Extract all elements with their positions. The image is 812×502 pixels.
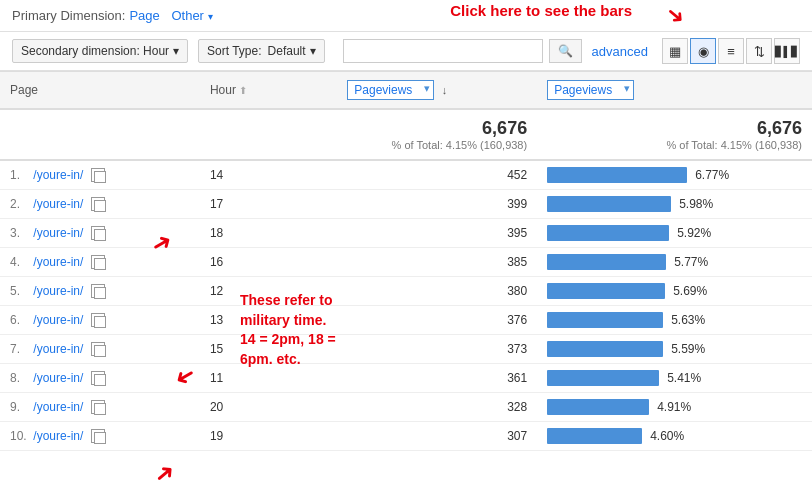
cell-page-0: 1. /youre-in/ [0,160,200,190]
cell-pageviews-1: 399 [337,190,537,219]
cell-bar-7: 5.41% [537,364,812,393]
copy-icon[interactable] [91,342,105,356]
page-dimension-link[interactable]: Page [129,8,159,23]
other-dropdown-arrow[interactable]: ▾ [208,11,213,22]
row-number: 5. [10,284,30,298]
sort-down-arrow: ↓ [442,84,448,96]
pageviews-select2[interactable]: Pageviews [547,80,634,100]
bar-pct-label: 4.60% [650,429,690,443]
cell-hour-3: 16 [200,248,337,277]
cell-hour-9: 19 [200,422,337,451]
copy-icon[interactable] [91,226,105,240]
row-number: 7. [10,342,30,356]
cell-pageviews-0: 452 [337,160,537,190]
page-link[interactable]: /youre-in/ [33,255,83,269]
cell-pageviews-8: 328 [337,393,537,422]
cell-hour-1: 17 [200,190,337,219]
hour-sort-icon: ⬆ [239,85,247,96]
copy-icon[interactable] [91,197,105,211]
list-view-icon[interactable]: ≡ [718,38,744,64]
bar [547,283,665,299]
secondary-dropdown-arrow: ▾ [173,44,179,58]
primary-dimension-label: Primary Dimension: [12,8,125,23]
page-link[interactable]: /youre-in/ [33,429,83,443]
col-pageviews-select2-header[interactable]: Pageviews [537,72,812,110]
cell-page-4: 5. /youre-in/ [0,277,200,306]
copy-icon[interactable] [91,284,105,298]
cell-bar-2: 5.92% [537,219,812,248]
sort-type-dropdown[interactable]: Sort Type: Default ▾ [198,39,325,63]
bar-pct-label: 6.77% [695,168,735,182]
page-link[interactable]: /youre-in/ [33,371,83,385]
bar-pct-label: 5.77% [674,255,714,269]
row-number: 2. [10,197,30,211]
search-button[interactable]: 🔍 [549,39,582,63]
cell-hour-0: 14 [200,160,337,190]
cell-pageviews-3: 385 [337,248,537,277]
page-link[interactable]: /youre-in/ [33,342,83,356]
copy-icon[interactable] [91,400,105,414]
bar [547,225,669,241]
updown-view-icon[interactable]: ⇅ [746,38,772,64]
bar [547,428,642,444]
bars-view-icon[interactable]: ▊▌▊ [774,38,800,64]
pageviews-select-wrap2[interactable]: Pageviews [547,80,634,100]
row-number: 3. [10,226,30,240]
cell-bar-3: 5.77% [537,248,812,277]
copy-icon[interactable] [91,313,105,327]
page-link[interactable]: /youre-in/ [33,400,83,414]
summary-total1: 6,676 % of Total: 4.15% (160,938) [337,109,537,160]
col-pageviews-select1-header[interactable]: Pageviews ↓ [337,72,537,110]
table-row: 3. /youre-in/ 18 395 5.92% [0,219,812,248]
bar-pct-label: 5.92% [677,226,717,240]
bar-pct-label: 5.63% [671,313,711,327]
table-row: 10. /youre-in/ 19 307 4.60% [0,422,812,451]
cell-bar-1: 5.98% [537,190,812,219]
pie-view-icon[interactable]: ◉ [690,38,716,64]
table-row: 4. /youre-in/ 16 385 5.77% [0,248,812,277]
copy-icon[interactable] [91,255,105,269]
top-bar: Primary Dimension: Page Other ▾ Click he… [0,0,812,32]
bar-pct-label: 4.91% [657,400,697,414]
cell-page-1: 2. /youre-in/ [0,190,200,219]
bar-pct-label: 5.41% [667,371,707,385]
summary-total2: 6,676 % of Total: 4.15% (160,938) [537,109,812,160]
page-link[interactable]: /youre-in/ [33,226,83,240]
other-dimension[interactable]: Other ▾ [171,8,212,23]
data-table: Page Hour ⬆ Pageviews ↓ [0,71,812,451]
bar [547,167,687,183]
row-number: 9. [10,400,30,414]
copy-icon[interactable] [91,371,105,385]
page-link[interactable]: /youre-in/ [33,168,83,182]
cell-bar-4: 5.69% [537,277,812,306]
cell-pageviews-2: 395 [337,219,537,248]
copy-icon[interactable] [91,168,105,182]
click-annotation: Click here to see the bars [450,2,632,19]
search-input[interactable] [343,39,543,63]
row-number: 8. [10,371,30,385]
bar [547,196,671,212]
bar [547,254,666,270]
grid-view-icon[interactable]: ▦ [662,38,688,64]
summary-row: 6,676 % of Total: 4.15% (160,938) 6,676 … [0,109,812,160]
pageviews-select1[interactable]: Pageviews [347,80,434,100]
bar-pct-label: 5.98% [679,197,719,211]
cell-page-5: 6. /youre-in/ [0,306,200,335]
col-hour-header[interactable]: Hour ⬆ [200,72,337,110]
table-row: 2. /youre-in/ 17 399 5.98% [0,190,812,219]
page-link[interactable]: /youre-in/ [33,197,83,211]
cell-page-9: 10. /youre-in/ [0,422,200,451]
cell-page-7: 8. /youre-in/ [0,364,200,393]
cell-pageviews-9: 307 [337,422,537,451]
col-page-header: Page [0,72,200,110]
row-number: 10. [10,429,30,443]
pageviews-select-wrap1[interactable]: Pageviews [347,80,434,100]
cell-bar-8: 4.91% [537,393,812,422]
page-link[interactable]: /youre-in/ [33,313,83,327]
bar-pct-label: 5.69% [673,284,713,298]
advanced-link[interactable]: advanced [592,44,648,59]
copy-icon[interactable] [91,429,105,443]
secondary-dimension-dropdown[interactable]: Secondary dimension: Hour ▾ [12,39,188,63]
bar [547,312,663,328]
page-link[interactable]: /youre-in/ [33,284,83,298]
